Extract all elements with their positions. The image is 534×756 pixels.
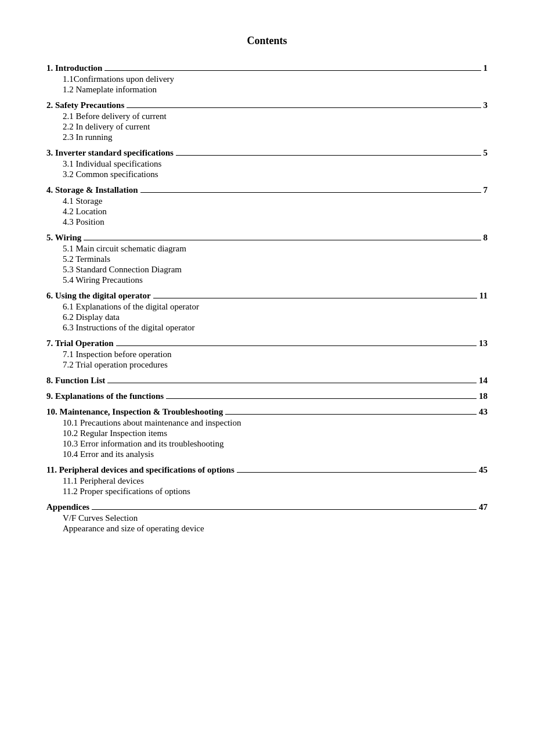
toc-sub-entry-10.3: 10.3 Error information and its troublesh… [63, 439, 488, 449]
toc-sub-label-5.2: 5.2 Terminals [63, 254, 110, 264]
toc-sub-entry-10.4: 10.4 Error and its analysis [63, 449, 488, 459]
toc-main-entry-6: 6. Using the digital operator11 [46, 291, 488, 301]
toc-dots-1 [104, 70, 481, 71]
toc-dots-9 [166, 398, 477, 399]
toc-sub-label-3.2: 3.2 Common specifications [63, 170, 158, 179]
toc-section-6: 6. Using the digital operator116.1 Expla… [46, 291, 488, 333]
toc-sub-label-2.3: 2.3 In running [63, 132, 112, 142]
toc-dots-10 [225, 414, 477, 415]
toc-page-11: 45 [479, 465, 488, 475]
toc-container: 1. Introduction11.1Confirmations upon de… [46, 63, 488, 534]
toc-sub-label-4.2: 4.2 Location [63, 207, 107, 217]
toc-page-10: 43 [479, 407, 488, 417]
toc-sub-label-6.1: 6.1 Explanations of the digital operator [63, 302, 199, 312]
toc-sub-entry-2.1: 2.1 Before delivery of current [63, 111, 488, 121]
toc-main-entry-2: 2. Safety Precautions3 [46, 100, 488, 110]
toc-sub-entry-5.3: 5.3 Standard Connection Diagram [63, 265, 488, 275]
toc-section-4: 4. Storage & Installation74.1 Storage4.2… [46, 185, 488, 227]
toc-dots-11 [237, 472, 477, 473]
toc-main-entry-1: 1. Introduction1 [46, 63, 488, 73]
toc-main-label-8: 8. Function List [46, 376, 105, 386]
toc-sub-label-1.2: 1.2 Nameplate information [63, 85, 157, 95]
toc-sub-entry-6.1: 6.1 Explanations of the digital operator [63, 302, 488, 312]
toc-sub-entry-2.2: 2.2 In delivery of current [63, 122, 488, 132]
toc-sub-label-5.3: 5.3 Standard Connection Diagram [63, 265, 182, 275]
toc-sub-entry-app.2: Appearance and size of operating device [63, 524, 488, 534]
toc-sub-label-4.3: 4.3 Position [63, 217, 104, 227]
toc-sub-entry-4.2: 4.2 Location [63, 207, 488, 217]
toc-sub-entry-6.3: 6.3 Instructions of the digital operator [63, 323, 488, 333]
toc-sub-entry-11.2: 11.2 Proper specifications of options [63, 487, 488, 496]
toc-sub-label-6.3: 6.3 Instructions of the digital operator [63, 323, 194, 333]
toc-sub-entry-10.2: 10.2 Regular Inspection items [63, 429, 488, 438]
toc-sub-entry-5.1: 5.1 Main circuit schematic diagram [63, 244, 488, 254]
toc-section-8: 8. Function List14 [46, 376, 488, 386]
toc-section-1: 1. Introduction11.1Confirmations upon de… [46, 63, 488, 95]
toc-main-entry-11: 11. Peripheral devices and specification… [46, 465, 488, 475]
toc-section-7: 7. Trial Operation137.1 Inspection befor… [46, 339, 488, 370]
toc-sub-label-app.2: Appearance and size of operating device [63, 524, 204, 534]
toc-sub-label-10.2: 10.2 Regular Inspection items [63, 429, 167, 438]
toc-section-5: 5. Wiring85.1 Main circuit schematic dia… [46, 233, 488, 285]
toc-main-label-3: 3. Inverter standard specifications [46, 148, 174, 158]
toc-section-10: 10. Maintenance, Inspection & Troublesho… [46, 407, 488, 459]
toc-main-label-10: 10. Maintenance, Inspection & Troublesho… [46, 407, 223, 417]
toc-sub-label-4.1: 4.1 Storage [63, 196, 102, 206]
toc-sub-label-2.1: 2.1 Before delivery of current [63, 111, 167, 121]
toc-sub-entry-10.1: 10.1 Precautions about maintenance and i… [63, 418, 488, 428]
toc-sub-label-10.4: 10.4 Error and its analysis [63, 449, 154, 459]
toc-sub-label-11.2: 11.2 Proper specifications of options [63, 487, 190, 496]
toc-page-9: 18 [479, 391, 488, 401]
toc-page-8: 14 [479, 376, 488, 386]
page-title: Contents [46, 35, 488, 47]
toc-page-3: 5 [484, 148, 488, 158]
toc-page-2: 3 [484, 100, 488, 110]
toc-sub-label-5.1: 5.1 Main circuit schematic diagram [63, 244, 186, 254]
toc-main-label-app: Appendices [46, 502, 89, 512]
toc-section-11: 11. Peripheral devices and specification… [46, 465, 488, 496]
toc-sub-label-11.1: 11.1 Peripheral devices [63, 476, 144, 486]
toc-section-2: 2. Safety Precautions32.1 Before deliver… [46, 100, 488, 142]
toc-dots-2 [127, 107, 481, 108]
toc-sub-entry-app.1: V/F Curves Selection [63, 513, 488, 523]
toc-sub-entry-5.4: 5.4 Wiring Precautions [63, 275, 488, 285]
toc-dots-8 [107, 383, 477, 383]
toc-dots-6 [153, 298, 477, 298]
toc-sub-entry-1.2: 1.2 Nameplate information [63, 85, 488, 95]
toc-sub-entry-5.2: 5.2 Terminals [63, 254, 488, 264]
toc-sub-label-3.1: 3.1 Individual specifications [63, 159, 161, 169]
toc-main-entry-7: 7. Trial Operation13 [46, 339, 488, 348]
toc-sub-label-7.1: 7.1 Inspection before operation [63, 350, 171, 359]
toc-sub-label-6.2: 6.2 Display data [63, 312, 120, 322]
toc-sub-entry-3.1: 3.1 Individual specifications [63, 159, 488, 169]
toc-main-entry-3: 3. Inverter standard specifications5 [46, 148, 488, 158]
toc-page-6: 11 [479, 291, 488, 301]
toc-section-9: 9. Explanations of the functions18 [46, 391, 488, 401]
toc-sub-label-7.2: 7.2 Trial operation procedures [63, 360, 168, 370]
toc-main-label-1: 1. Introduction [46, 63, 102, 73]
toc-sub-entry-7.2: 7.2 Trial operation procedures [63, 360, 488, 370]
toc-sub-entry-2.3: 2.3 In running [63, 132, 488, 142]
toc-main-entry-4: 4. Storage & Installation7 [46, 185, 488, 195]
toc-main-label-2: 2. Safety Precautions [46, 100, 124, 110]
toc-page-5: 8 [484, 233, 488, 243]
toc-main-entry-10: 10. Maintenance, Inspection & Troublesho… [46, 407, 488, 417]
toc-page-7: 13 [479, 339, 488, 348]
toc-page-app: 47 [479, 502, 488, 512]
toc-dots-3 [176, 155, 481, 156]
toc-sub-entry-7.1: 7.1 Inspection before operation [63, 350, 488, 359]
toc-main-entry-8: 8. Function List14 [46, 376, 488, 386]
toc-page-1: 1 [484, 63, 488, 73]
toc-main-label-6: 6. Using the digital operator [46, 291, 151, 301]
toc-sub-entry-4.3: 4.3 Position [63, 217, 488, 227]
toc-sub-label-10.1: 10.1 Precautions about maintenance and i… [63, 418, 241, 428]
toc-section-app: Appendices47V/F Curves SelectionAppearan… [46, 502, 488, 534]
toc-main-entry-app: Appendices47 [46, 502, 488, 512]
toc-sub-label-app.1: V/F Curves Selection [63, 513, 138, 523]
toc-main-label-9: 9. Explanations of the functions [46, 391, 164, 401]
toc-sub-label-5.4: 5.4 Wiring Precautions [63, 275, 143, 285]
toc-sub-label-2.2: 2.2 In delivery of current [63, 122, 150, 132]
toc-sub-entry-11.1: 11.1 Peripheral devices [63, 476, 488, 486]
toc-main-label-4: 4. Storage & Installation [46, 185, 138, 195]
toc-sub-label-1.1: 1.1Confirmations upon delivery [63, 74, 174, 84]
